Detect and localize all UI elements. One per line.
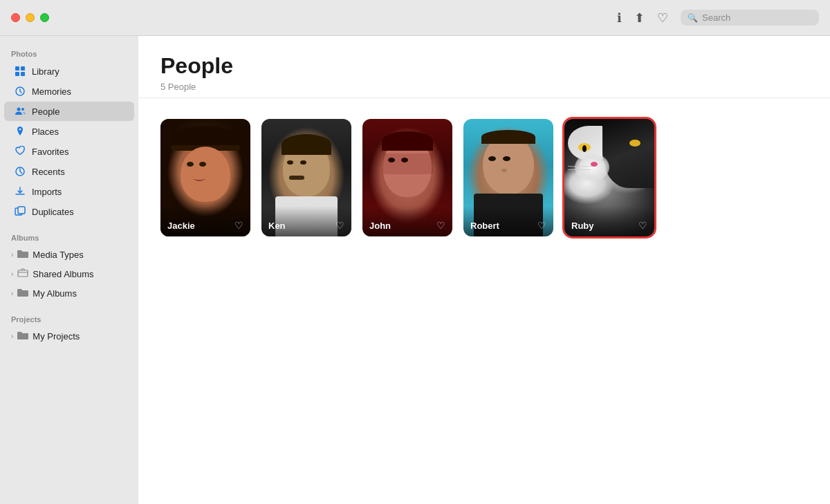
sidebar-label-shared-albums: Shared Albums <box>33 269 93 279</box>
people-icon <box>14 105 26 118</box>
recents-icon <box>14 165 26 178</box>
folder-shared-albums-icon <box>17 268 28 280</box>
toolbar: ℹ ⬆ ♡ 🔍 <box>49 10 819 26</box>
app-body: Photos Library Memories People Places <box>0 36 830 504</box>
traffic-lights <box>11 13 49 22</box>
people-grid: Jackie ♡ <box>160 119 808 236</box>
sidebar-label-favorites: Favorites <box>32 147 68 157</box>
memories-icon <box>14 85 26 97</box>
svg-rect-1 <box>21 66 25 71</box>
sidebar-item-people[interactable]: People <box>4 102 134 121</box>
heart-icon-john[interactable]: ♡ <box>436 220 445 231</box>
svg-rect-0 <box>15 66 19 71</box>
sidebar-label-imports: Imports <box>32 187 62 197</box>
share-icon[interactable]: ⬆ <box>634 10 645 26</box>
sidebar-label-memories: Memories <box>32 86 71 97</box>
sidebar-item-my-albums[interactable]: › My Albums <box>4 284 134 303</box>
sidebar-section-photos: Photos <box>0 44 138 61</box>
chevron-shared-albums: › <box>11 270 13 278</box>
person-label-bar-ken: Ken ♡ <box>261 206 351 236</box>
sidebar-item-memories[interactable]: Memories <box>4 82 134 101</box>
sidebar-item-library[interactable]: Library <box>4 62 134 81</box>
search-box[interactable]: 🔍 <box>681 10 819 26</box>
svg-point-6 <box>21 108 24 111</box>
places-icon <box>14 125 26 138</box>
sidebar-label-duplicates: Duplicates <box>32 207 74 217</box>
duplicates-icon <box>14 205 26 218</box>
sidebar-item-media-types[interactable]: › Media Types <box>4 245 134 264</box>
svg-rect-2 <box>15 72 19 76</box>
sidebar-section-projects: Projects <box>0 310 138 326</box>
maximize-button[interactable] <box>40 13 49 22</box>
content-header: People 5 People <box>138 36 830 98</box>
sidebar-item-imports[interactable]: Imports <box>4 182 134 201</box>
sidebar-section-albums: Albums <box>0 228 138 245</box>
search-icon: 🔍 <box>688 13 698 23</box>
person-name-john: John <box>369 221 391 231</box>
people-count: 5 People <box>160 82 808 92</box>
folder-my-albums-icon <box>17 288 28 299</box>
minimize-button[interactable] <box>26 13 35 22</box>
sidebar-item-places[interactable]: Places <box>4 122 134 141</box>
person-label-bar-robert: Robert ♡ <box>463 206 553 236</box>
close-button[interactable] <box>11 13 20 22</box>
person-card-jackie[interactable]: Jackie ♡ <box>160 119 250 236</box>
sidebar-item-recents[interactable]: Recents <box>4 162 134 181</box>
sidebar-label-places: Places <box>32 127 59 137</box>
main-content: People 5 People <box>138 36 830 504</box>
folder-media-types-icon <box>17 249 28 261</box>
person-label-bar-jackie: Jackie ♡ <box>160 206 250 236</box>
favorite-icon[interactable]: ♡ <box>657 10 668 26</box>
sidebar-label-my-albums: My Albums <box>33 288 77 299</box>
svg-rect-10 <box>18 270 28 277</box>
heart-icon-robert[interactable]: ♡ <box>537 220 546 231</box>
person-card-ken[interactable]: Ken ♡ <box>261 119 351 236</box>
svg-rect-9 <box>18 207 25 214</box>
person-name-jackie: Jackie <box>167 221 195 231</box>
heart-icon-jackie[interactable]: ♡ <box>234 220 243 231</box>
heart-icon-ruby[interactable]: ♡ <box>638 220 647 231</box>
person-label-bar-john: John ♡ <box>362 206 452 236</box>
library-icon <box>14 65 26 77</box>
sidebar-label-library: Library <box>32 66 59 77</box>
content-body: Jackie ♡ <box>138 98 830 504</box>
chevron-media-types: › <box>11 251 13 259</box>
person-card-john[interactable]: John ♡ <box>362 119 452 236</box>
search-input[interactable] <box>702 12 812 23</box>
page-title: People <box>160 53 808 79</box>
sidebar-label-media-types: Media Types <box>33 250 83 260</box>
person-card-robert[interactable]: Robert ♡ <box>463 119 553 236</box>
svg-point-5 <box>17 108 21 111</box>
sidebar-label-my-projects: My Projects <box>33 331 80 342</box>
info-icon[interactable]: ℹ <box>617 10 622 26</box>
person-label-bar-ruby: Ruby ♡ <box>564 206 654 236</box>
title-bar: ℹ ⬆ ♡ 🔍 <box>0 0 830 36</box>
folder-my-projects-icon <box>17 330 28 342</box>
sidebar-item-shared-albums[interactable]: › Shared Albums <box>4 265 134 283</box>
sidebar-label-people: People <box>32 106 59 117</box>
person-name-ken: Ken <box>268 221 286 231</box>
svg-rect-3 <box>21 72 25 76</box>
heart-icon-ken[interactable]: ♡ <box>335 220 344 231</box>
person-name-robert: Robert <box>470 221 499 231</box>
person-name-ruby: Ruby <box>571 221 594 231</box>
person-card-ruby[interactable]: Ruby ♡ <box>564 119 654 236</box>
sidebar-item-my-projects[interactable]: › My Projects <box>4 327 134 346</box>
chevron-my-albums: › <box>11 290 13 297</box>
sidebar: Photos Library Memories People Places <box>0 36 138 504</box>
imports-icon <box>14 185 26 198</box>
chevron-my-projects: › <box>11 333 13 340</box>
sidebar-item-duplicates[interactable]: Duplicates <box>4 202 134 221</box>
sidebar-item-favorites[interactable]: Favorites <box>4 142 134 161</box>
sidebar-label-recents: Recents <box>32 167 65 177</box>
favorites-icon <box>14 145 26 158</box>
